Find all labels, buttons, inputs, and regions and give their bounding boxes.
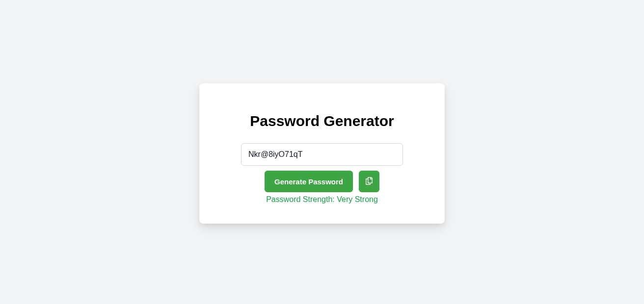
copy-icon: [365, 177, 373, 186]
copy-button[interactable]: [359, 171, 379, 192]
password-strength-label: Password Strength: Very Strong: [219, 195, 425, 204]
button-row: Generate Password: [219, 171, 425, 192]
page-title: Password Generator: [219, 113, 425, 129]
generate-password-button[interactable]: Generate Password: [265, 171, 353, 192]
password-generator-card: Password Generator Generate Password Pas…: [199, 83, 445, 224]
password-output-input[interactable]: [241, 143, 403, 166]
